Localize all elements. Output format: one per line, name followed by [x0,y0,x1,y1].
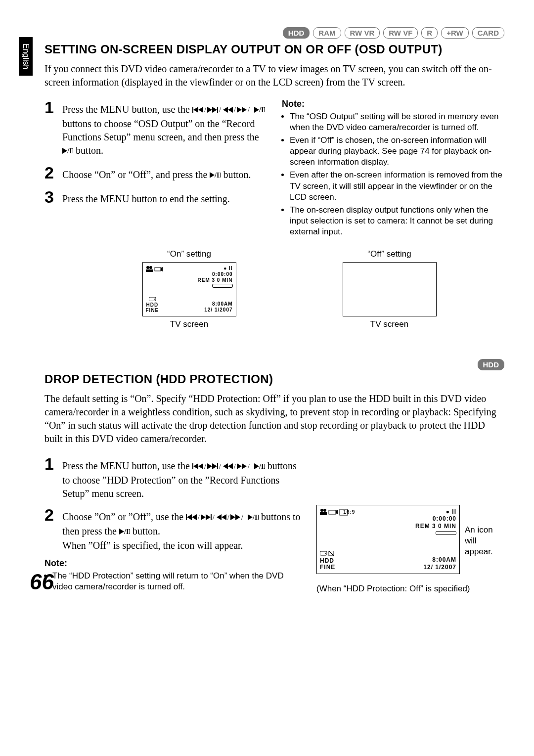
svg-marker-54 [230,514,235,520]
date: 12/ 1/2007 [204,307,232,313]
svg-marker-59 [119,529,124,534]
step1-text-a: Press the MENU button, use the [62,104,192,115]
media-badges-row-2: HDD [44,359,504,370]
svg-text:/: / [204,106,206,114]
badge-plusrw: +RW [441,27,468,39]
svg-marker-41 [254,463,259,469]
note-item: Even after the on-screen information is … [290,170,504,202]
icon-appear-note: An icon will appear. [465,525,504,557]
fine-label: FINE [320,564,335,571]
clock-time: 8:00AM [423,556,456,563]
svg-point-61 [320,509,323,512]
svg-marker-47 [201,514,206,520]
svg-marker-8 [223,107,228,113]
note-item: The “HDD Protection” setting will return… [52,571,302,592]
play-pause-icon: /II [210,169,221,182]
svg-rect-22 [146,269,153,272]
step-number-2: 2 [44,164,58,182]
svg-text:/II: /II [124,528,130,535]
section1-step3: Press the MENU button to end the setting… [62,188,230,206]
svg-marker-45 [192,514,197,520]
svg-rect-6 [217,107,218,113]
step-number-3: 3 [44,188,58,206]
play-pause-icon: /II [254,104,265,117]
section1-step1: Press the MENU button, use the / / / / [62,99,267,158]
clock-time: 8:00AM [204,301,232,307]
play-pause-icon: /II [254,460,265,474]
svg-text:/II: /II [259,463,265,470]
svg-marker-44 [187,514,192,520]
tv-screen-caption: TV screen [104,319,274,329]
page-number: 66 [30,570,54,594]
svg-rect-43 [186,514,187,520]
svg-marker-14 [254,107,259,113]
svg-marker-18 [210,172,215,178]
step2-text-d: When ”Off” is specified, the icon will a… [62,540,243,551]
svg-marker-36 [228,463,233,469]
prev-next-back-fwd-play-pause-icon: / / / / [192,104,252,117]
rem-time: REM 3 0 MIN [197,277,232,283]
section2-screen-side: 16:9 ● II 0:00:00 REM 3 0 MIN [316,455,504,594]
svg-text:/II: /II [214,172,221,179]
hdd-off-screen: 16:9 ● II 0:00:00 REM 3 0 MIN [316,505,460,574]
badge-rwvr: RW VR [345,27,380,39]
hdd-label: HDD [146,302,159,308]
language-tab: English [19,37,33,76]
svg-rect-23 [155,267,161,271]
step2-text-a: Choose ”On” or ”Off”, use the [62,511,186,522]
svg-marker-51 [217,514,222,520]
svg-rect-0 [192,107,193,113]
badge-ram: RAM [313,27,341,39]
svg-text:/: / [219,106,221,114]
battery-bar-icon [212,284,233,288]
svg-marker-31 [207,463,212,469]
step1-text-a: Press the MENU button, use the [62,460,192,471]
svg-marker-5 [212,107,217,113]
svg-rect-63 [320,512,327,515]
step2-text-c: button. [133,526,160,536]
svg-marker-39 [242,463,247,469]
svg-text:/: / [241,514,243,521]
prev-next-back-fwd-play-pause-icon: / / / / [192,460,252,474]
badge-r: R [421,27,438,39]
svg-marker-65 [336,510,338,514]
off-label: “Off” setting [304,249,475,259]
badge-hdd: HDD [478,359,505,370]
hdd-drive-icon [146,297,159,302]
step-number-1: 1 [44,99,58,158]
people-movie-aspect-icon: 16:9 [320,508,362,518]
svg-text:/: / [248,106,250,114]
section1-notes: Note: The “OSD Output” setting will be s… [282,99,504,239]
svg-marker-12 [242,107,247,113]
tv-screen-off [343,262,437,316]
svg-rect-64 [329,510,336,514]
svg-marker-52 [222,514,226,520]
section1-title: SETTING ON-SCREEN DISPLAY OUTPUT ON OR O… [44,43,504,56]
section2-step1: Press the MENU button, use the / / / / [62,455,302,500]
svg-point-62 [323,509,326,512]
step1-text-c: button. [76,145,103,156]
svg-marker-29 [198,463,203,469]
rec-time: 0:00:00 [415,515,456,522]
svg-marker-16 [62,148,67,154]
off-setting-block: “Off” setting TV screen [304,249,475,329]
step2-text-a: Choose “On” or “Off”, and press the [62,169,210,180]
play-pause-icon: /II [248,511,259,525]
svg-text:/: / [248,463,250,470]
rec-indicator-icon: ● II [197,266,232,271]
step2-text-b: button. [223,169,251,180]
svg-line-70 [329,551,334,556]
section2-steps: 1 Press the MENU button, use the / / / / [44,455,302,594]
tv-screen-on: ● II 0:00:00 REM 3 0 MIN HDD FINE 8:00AM… [142,262,236,316]
svg-text:/: / [198,514,200,521]
svg-rect-49 [211,514,212,520]
svg-rect-27 [192,463,193,469]
on-setting-block: “On” setting ● II 0:00:00 REM 3 0 MIN [104,249,274,329]
on-label: “On” setting [104,249,274,259]
rec-indicator-icon: ● II [415,508,456,515]
tv-screen-caption: TV screen [304,319,475,329]
note-heading: Note: [44,558,302,569]
svg-rect-33 [217,463,218,469]
svg-text:/: / [227,514,229,521]
svg-marker-4 [207,107,212,113]
